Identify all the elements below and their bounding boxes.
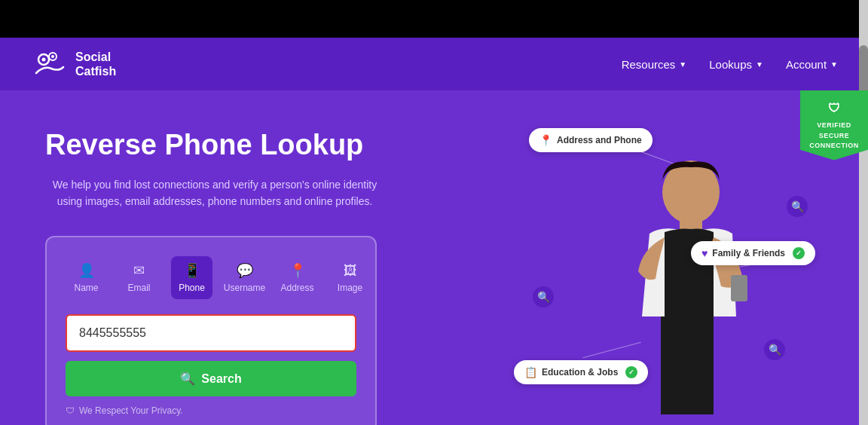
search-tabs: 👤 Name ✉ Email 📱 Phone 💬 Username 📍 bbox=[66, 256, 356, 299]
family-check-badge: ✓ bbox=[793, 247, 805, 259]
search-button[interactable]: 🔍 Search bbox=[66, 361, 356, 396]
hero-subtitle: We help you find lost connections and ve… bbox=[45, 176, 384, 210]
tab-email[interactable]: ✉ Email bbox=[118, 256, 160, 299]
search-float-1: 🔍 bbox=[533, 286, 554, 307]
tab-phone[interactable]: 📱 Phone bbox=[171, 256, 212, 299]
search-icon: 🔍 bbox=[180, 371, 195, 386]
nav-account[interactable]: Account ▼ bbox=[786, 58, 838, 71]
privacy-note: 🛡 We Respect Your Privacy. bbox=[66, 405, 356, 416]
nav-resources[interactable]: Resources ▼ bbox=[622, 58, 687, 71]
svg-rect-6 bbox=[661, 316, 687, 414]
hero-right: 📍 Address and Phone 🔍 🔍 🔍 bbox=[521, 113, 808, 414]
search-float-3: 🔍 bbox=[787, 196, 808, 217]
resources-arrow: ▼ bbox=[679, 60, 686, 69]
logo[interactable]: Social Catfish bbox=[30, 49, 116, 79]
tab-name[interactable]: 👤 Name bbox=[66, 256, 107, 299]
address-card-icon: 📍 bbox=[539, 134, 552, 146]
search-float-2: 🔍 bbox=[764, 339, 785, 360]
search-input-wrap bbox=[66, 314, 356, 352]
account-arrow: ▼ bbox=[830, 60, 838, 69]
tab-image[interactable]: 🖼 Image bbox=[329, 257, 371, 299]
card-family-friends: ♥ Family & Friends ✓ bbox=[691, 241, 815, 265]
phone-search-input[interactable] bbox=[66, 314, 356, 352]
address-icon: 📍 bbox=[289, 262, 306, 279]
tab-address[interactable]: 📍 Address bbox=[277, 256, 318, 299]
search-card: 👤 Name ✉ Email 📱 Phone 💬 Username 📍 bbox=[45, 236, 377, 425]
image-icon: 🖼 bbox=[344, 263, 357, 279]
secure-badge: 🛡 VERIFIED SECURE CONNECTION bbox=[800, 90, 868, 161]
logo-icon bbox=[30, 49, 68, 79]
scrollbar[interactable] bbox=[859, 0, 868, 425]
name-icon: 👤 bbox=[78, 262, 95, 279]
svg-rect-7 bbox=[687, 316, 714, 414]
family-card-icon: ♥ bbox=[701, 247, 708, 259]
shield-icon: 🛡 bbox=[806, 99, 862, 118]
nav-lookups[interactable]: Lookups ▼ bbox=[709, 58, 763, 71]
hero-left: Reverse Phone Lookup We help you find lo… bbox=[45, 128, 467, 425]
svg-rect-8 bbox=[731, 275, 747, 301]
education-card-icon: 📋 bbox=[524, 366, 537, 378]
logo-text: Social Catfish bbox=[75, 50, 116, 78]
navbar: Social Catfish Resources ▼ Lookups ▼ Acc… bbox=[0, 38, 868, 90]
hero-title: Reverse Phone Lookup bbox=[45, 128, 467, 163]
tab-username[interactable]: 💬 Username bbox=[224, 256, 265, 299]
username-icon: 💬 bbox=[237, 262, 253, 279]
svg-point-2 bbox=[42, 58, 46, 62]
nav-links: Resources ▼ Lookups ▼ Account ▼ bbox=[622, 58, 838, 71]
phone-icon: 📱 bbox=[184, 262, 200, 279]
education-check-badge: ✓ bbox=[625, 366, 637, 378]
top-bar bbox=[0, 0, 868, 38]
svg-point-3 bbox=[51, 55, 54, 58]
email-icon: ✉ bbox=[133, 262, 145, 279]
lookups-arrow: ▼ bbox=[756, 60, 763, 69]
privacy-shield-icon: 🛡 bbox=[66, 405, 75, 416]
card-education-jobs: 📋 Education & Jobs ✓ bbox=[514, 360, 648, 384]
hero-section: 🛡 VERIFIED SECURE CONNECTION Reverse Pho… bbox=[0, 90, 868, 425]
